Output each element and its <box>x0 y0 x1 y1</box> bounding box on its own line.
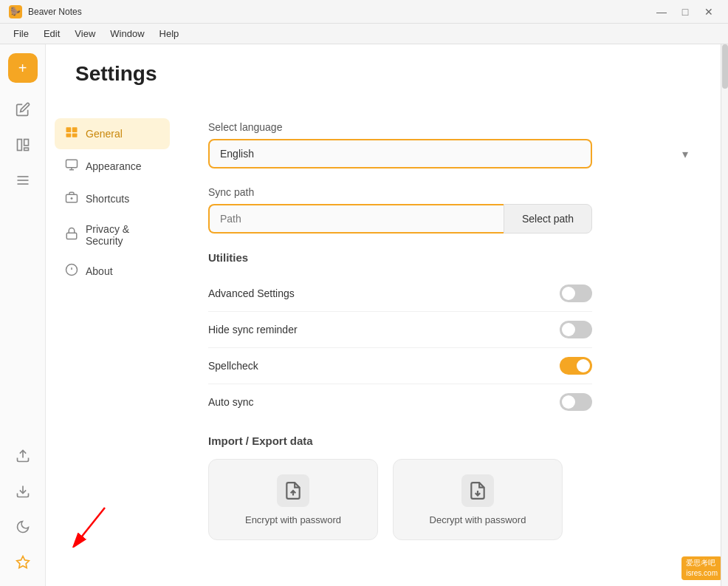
settings-title: Settings <box>75 62 698 86</box>
svg-rect-9 <box>66 127 72 132</box>
menu-bar: File Edit View Window Help <box>0 24 728 44</box>
nav-label-about: About <box>86 265 113 277</box>
advanced-settings-toggle[interactable] <box>560 285 592 302</box>
settings-button[interactable] <box>8 548 38 577</box>
encrypt-label: Encrypt with password <box>245 514 341 525</box>
content-area: Settings General <box>46 44 728 586</box>
nav-item-about[interactable]: About <box>55 256 170 287</box>
main-layout: + Settings <box>0 44 728 586</box>
privacy-icon <box>65 227 78 243</box>
window-controls: — □ ✕ <box>651 1 719 22</box>
close-button[interactable]: ✕ <box>698 1 719 22</box>
nav-label-appearance: Appearance <box>86 160 142 172</box>
hide-sync-label: Hide sync reminder <box>208 324 298 335</box>
menu-help[interactable]: Help <box>152 24 187 44</box>
advanced-settings-slider <box>560 285 592 302</box>
app-title: Beaver Notes <box>28 7 82 17</box>
svg-rect-0 <box>17 140 21 151</box>
nav-item-privacy[interactable]: Privacy & Security <box>55 216 170 254</box>
auto-sync-label: Auto sync <box>208 396 253 408</box>
advanced-settings-label: Advanced Settings <box>208 287 295 299</box>
svg-rect-10 <box>72 127 78 132</box>
title-bar: 🦫 Beaver Notes — □ ✕ <box>0 0 728 24</box>
toggle-advanced-settings: Advanced Settings <box>208 276 592 312</box>
hide-sync-slider <box>560 321 592 338</box>
export-button[interactable] <box>8 441 38 471</box>
general-icon <box>65 126 78 142</box>
import-export-cards: Encrypt with password <box>208 459 698 540</box>
settings-nav: General Appearance <box>46 106 179 586</box>
nav-label-general: General <box>86 128 123 140</box>
edit-button[interactable] <box>8 95 38 124</box>
svg-rect-19 <box>66 233 77 239</box>
title-bar-left: 🦫 Beaver Notes <box>9 5 82 18</box>
add-note-button[interactable]: + <box>8 53 38 83</box>
toggle-hide-sync-reminder: Hide sync reminder <box>208 312 592 348</box>
encrypt-icon <box>277 474 309 507</box>
language-section: Select language English French German Sp… <box>208 121 698 168</box>
import-export-title: Import / Export data <box>208 435 698 447</box>
auto-sync-toggle[interactable] <box>560 393 592 411</box>
toggle-spellcheck: Spellcheck <box>208 348 592 384</box>
auto-sync-slider <box>560 393 592 411</box>
left-sidebar: + <box>0 44 46 586</box>
maximize-button[interactable]: □ <box>675 1 696 22</box>
night-mode-button[interactable] <box>8 512 38 542</box>
settings-main: Select language English French German Sp… <box>179 106 728 586</box>
appearance-icon <box>65 158 78 174</box>
utilities-section: Utilities Advanced Settings Hide sync re… <box>208 251 698 420</box>
spellcheck-label: Spellcheck <box>208 360 258 372</box>
svg-rect-12 <box>72 134 78 137</box>
nav-item-general[interactable]: General <box>55 118 170 149</box>
page-content: Settings General <box>46 44 728 586</box>
toggle-auto-sync: Auto sync <box>208 384 592 420</box>
nav-label-privacy: Privacy & Security <box>86 223 159 247</box>
menu-window[interactable]: Window <box>103 24 151 44</box>
scrollbar[interactable] <box>721 44 728 586</box>
list-button[interactable] <box>8 166 38 195</box>
language-select-wrapper: English French German Spanish Chinese ▾ <box>208 139 698 168</box>
spellcheck-toggle[interactable] <box>560 357 592 375</box>
sync-path-label: Sync path <box>208 186 698 198</box>
menu-view[interactable]: View <box>67 24 103 44</box>
watermark: 爱思考吧 isres.com <box>681 556 722 580</box>
svg-rect-1 <box>24 140 28 146</box>
sync-path-row: Select path <box>208 204 592 234</box>
svg-marker-8 <box>16 556 29 568</box>
about-icon <box>65 263 78 279</box>
select-arrow-icon: ▾ <box>682 147 688 161</box>
watermark-line1: 爱思考吧 <box>686 558 718 568</box>
spellcheck-slider <box>560 357 592 375</box>
layout-button[interactable] <box>8 130 38 160</box>
svg-rect-2 <box>24 148 28 150</box>
shortcuts-icon <box>65 191 78 207</box>
minimize-button[interactable]: — <box>651 1 672 22</box>
decrypt-icon <box>461 474 494 507</box>
decrypt-label: Decrypt with password <box>430 514 526 525</box>
import-button[interactable] <box>8 477 38 506</box>
hide-sync-toggle[interactable] <box>560 321 592 338</box>
nav-item-appearance[interactable]: Appearance <box>55 151 170 182</box>
select-path-button[interactable]: Select path <box>504 204 592 234</box>
path-input[interactable] <box>208 204 504 234</box>
encrypt-password-card[interactable]: Encrypt with password <box>208 459 378 540</box>
sync-path-section: Sync path Select path <box>208 186 698 234</box>
menu-file[interactable]: File <box>6 24 36 44</box>
svg-rect-13 <box>66 160 78 168</box>
nav-item-shortcuts[interactable]: Shortcuts <box>55 183 170 214</box>
scrollbar-thumb[interactable] <box>722 44 728 89</box>
language-label: Select language <box>208 121 698 133</box>
svg-rect-11 <box>66 134 72 137</box>
utilities-title: Utilities <box>208 251 698 264</box>
menu-edit[interactable]: Edit <box>36 24 67 44</box>
decrypt-password-card[interactable]: Decrypt with password <box>393 459 563 540</box>
language-select[interactable]: English French German Spanish Chinese <box>208 139 592 168</box>
nav-label-shortcuts: Shortcuts <box>86 193 129 205</box>
import-export-section: Import / Export data <box>208 435 698 540</box>
watermark-line2: isres.com <box>686 568 718 579</box>
app-icon: 🦫 <box>9 5 22 18</box>
